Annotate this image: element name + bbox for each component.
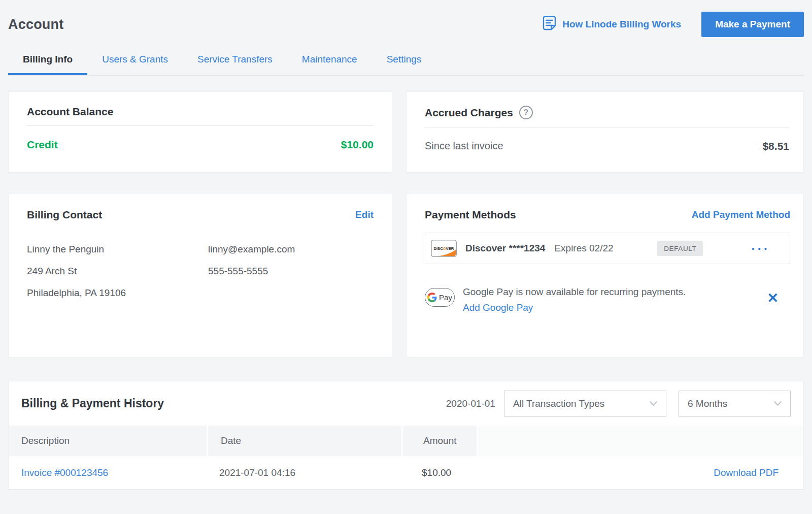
divider	[425, 127, 789, 127]
download-pdf-link[interactable]: Download PDF	[714, 467, 779, 478]
billing-doc-icon	[543, 16, 556, 33]
svg-text:DISCOVER: DISCOVER	[434, 246, 454, 251]
table-row: Invoice #000123456 2021-07-01 04:16 $10.…	[9, 456, 803, 490]
header-actions: How Linode Billing Works Make a Payment	[543, 12, 804, 37]
transaction-type-select[interactable]: All Transaction Types	[504, 391, 666, 416]
payment-methods-card: Payment Methods Add Payment Method DISCO…	[406, 193, 804, 358]
history-filters: 2020-01-01 All Transaction Types 6 Month…	[446, 391, 791, 416]
contact-name: Linny the Penguin	[27, 244, 208, 254]
contact-phone: 555-555-5555	[208, 266, 295, 276]
chevron-down-icon	[649, 401, 658, 406]
how-linode-billing-works-label: How Linode Billing Works	[562, 19, 681, 30]
contact-email: linny@example.com	[208, 244, 295, 254]
divider	[27, 125, 374, 126]
accrued-charges-title: Accrued Charges	[425, 107, 513, 119]
invoice-date: 2021-07-01 04:16	[207, 456, 401, 490]
contact-address-1: 249 Arch St	[27, 266, 208, 276]
column-header-actions	[477, 426, 803, 456]
payment-method-row: DISCOVER Discover ****1234 Expires 02/22…	[425, 233, 790, 264]
since-last-invoice-label: Since last invoice	[425, 140, 503, 152]
contact-payment-row: Billing Contact Edit Linny the Penguin 2…	[8, 193, 804, 358]
payment-methods-title: Payment Methods	[425, 209, 516, 221]
credit-amount: $10.00	[341, 139, 374, 151]
transaction-type-value: All Transaction Types	[513, 398, 604, 409]
balance-cards-row: Account Balance Credit $10.00 Accrued Ch…	[8, 91, 804, 173]
google-pay-icon-text: Pay	[439, 293, 452, 302]
history-start-date: 2020-01-01	[446, 398, 495, 409]
contact-address-2: Philadelphia, PA 19106	[27, 288, 208, 298]
card-expiry: Expires 02/22	[554, 243, 613, 254]
table-header-row: Description Date Amount	[9, 426, 803, 456]
tab-settings[interactable]: Settings	[372, 47, 436, 75]
billing-contact-card: Billing Contact Edit Linny the Penguin 2…	[8, 193, 392, 358]
account-balance-title: Account Balance	[27, 106, 374, 118]
time-range-value: 6 Months	[688, 398, 727, 409]
column-header-date: Date	[207, 426, 401, 456]
chevron-down-icon	[773, 401, 782, 406]
page-title: Account	[8, 17, 63, 33]
billing-history-title: Billing & Payment History	[21, 397, 164, 410]
tab-maintenance[interactable]: Maintenance	[287, 47, 372, 75]
card-label: Discover ****1234	[465, 243, 545, 254]
google-pay-message: Google Pay is now available for recurrin…	[463, 286, 686, 298]
account-balance-card: Account Balance Credit $10.00	[8, 91, 392, 173]
default-badge: DEFAULT	[657, 241, 703, 256]
add-payment-method-button[interactable]: Add Payment Method	[692, 209, 790, 220]
accrued-amount: $8.51	[762, 140, 789, 152]
billing-contact-title: Billing Contact	[27, 209, 102, 221]
billing-history-table: Description Date Amount Invoice #0001234…	[9, 426, 803, 490]
edit-billing-contact-button[interactable]: Edit	[355, 209, 374, 220]
google-pay-icon: Pay	[425, 288, 455, 307]
invoice-link[interactable]: Invoice #000123456	[21, 467, 108, 478]
how-linode-billing-works-link[interactable]: How Linode Billing Works	[543, 16, 681, 33]
time-range-select[interactable]: 6 Months	[679, 391, 791, 416]
add-google-pay-link[interactable]: Add Google Pay	[463, 302, 533, 313]
payment-method-menu-icon[interactable]: •••	[752, 245, 770, 252]
contact-info: Linny the Penguin 249 Arch St Philadelph…	[27, 244, 374, 310]
billing-history-card: Billing & Payment History 2020-01-01 All…	[8, 381, 804, 490]
close-icon[interactable]: ✕	[767, 292, 779, 305]
page-header: Account How Linode Billing Works Make a …	[8, 0, 804, 38]
account-page: Account How Linode Billing Works Make a …	[0, 0, 812, 490]
account-tabs: Billing Info Users & Grants Service Tran…	[8, 47, 804, 76]
google-pay-banner: Pay Google Pay is now available for recu…	[425, 286, 790, 313]
credit-label: Credit	[27, 139, 58, 151]
column-header-amount: Amount	[401, 426, 477, 456]
column-header-description: Description	[9, 426, 207, 456]
tab-billing-info[interactable]: Billing Info	[8, 47, 87, 75]
accrued-charges-card: Accrued Charges ? Since last invoice $8.…	[406, 91, 804, 173]
tab-users-grants[interactable]: Users & Grants	[87, 47, 183, 75]
tab-service-transfers[interactable]: Service Transfers	[183, 47, 287, 75]
help-icon[interactable]: ?	[519, 106, 533, 119]
invoice-amount: $10.00	[401, 456, 477, 490]
make-a-payment-button[interactable]: Make a Payment	[701, 12, 804, 37]
discover-card-icon: DISCOVER	[431, 240, 457, 257]
